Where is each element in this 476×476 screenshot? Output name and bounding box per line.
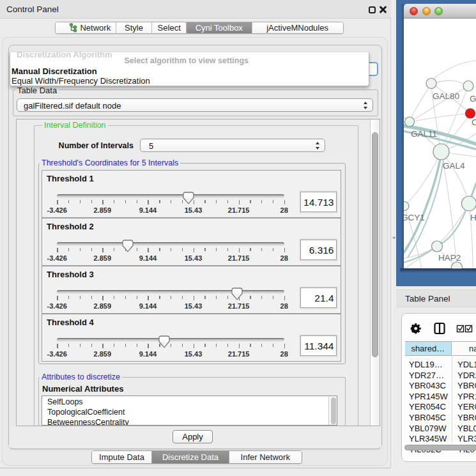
svg-text:GAL4: GAL4 <box>443 161 465 171</box>
svg-text:GAL7: GAL7 <box>470 94 476 104</box>
svg-text:GAL80: GAL80 <box>433 91 459 101</box>
svg-text:GCY1: GCY1 <box>404 213 425 222</box>
svg-text:CR: CR <box>472 118 476 127</box>
svg-text:HIS: HIS <box>470 213 476 222</box>
svg-text:GAL11: GAL11 <box>411 129 437 139</box>
svg-text:HAP2: HAP2 <box>438 253 461 263</box>
